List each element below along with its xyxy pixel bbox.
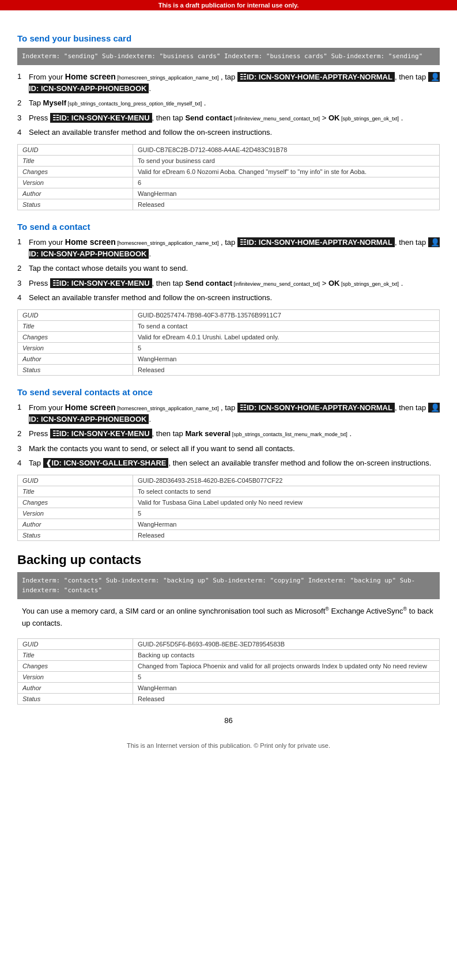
icn-key-menu: ☷ID: ICN-SONY-KEY-MENU xyxy=(50,429,152,438)
meta-key: Author xyxy=(18,353,133,364)
step-item: 4 Select an available transfer method an… xyxy=(17,292,440,304)
send-contact-label: Send contact xyxy=(185,113,232,122)
meta-key: Version xyxy=(18,508,133,519)
superscript-r: ® xyxy=(325,606,329,612)
step-item: 4 Select an available transfer method an… xyxy=(17,127,440,138)
meta-value: Valid for eDream 6.0 Nozomi Aoba. Change… xyxy=(133,166,440,177)
meta-key: Title xyxy=(18,155,133,166)
meta-key: Status xyxy=(18,364,133,375)
step-item: 2 Tap the contact whose details you want… xyxy=(17,263,440,274)
page-number: 86 xyxy=(17,716,440,725)
metadata-row: Title To send a contact xyxy=(18,320,440,331)
icn-apptray: ☷ID: ICN-SONY-HOME-APPTRAY-NORMAL xyxy=(237,403,395,413)
step-number: 4 xyxy=(17,127,29,138)
metadata-row: Author WangHerman xyxy=(18,188,440,199)
icn-apptray: ☷ID: ICN-SONY-HOME-APPTRAY-NORMAL xyxy=(237,72,395,82)
metadata-row: Status Released xyxy=(18,693,440,704)
meta-value: WangHerman xyxy=(133,519,440,529)
step-item: 1 From your Home screen [homescreen_stri… xyxy=(17,402,440,425)
metadata-row: Changes Changed from Tapioca Phoenix and… xyxy=(18,660,440,671)
meta-value: WangHerman xyxy=(133,353,440,364)
meta-key: Version xyxy=(18,177,133,188)
section-send-several-contacts: To send several contacts at once 1 From … xyxy=(17,387,440,541)
metadata-row: Status Released xyxy=(18,199,440,210)
meta-key: Changes xyxy=(18,660,133,671)
meta-key: Author xyxy=(18,682,133,693)
ref-txt: [homescreen_strings_application_name_txt… xyxy=(116,75,219,81)
step-content: From your Home screen [homescreen_string… xyxy=(29,71,440,94)
metadata-row: GUID GUID-28D36493-2518-4620-B2E6-C045B0… xyxy=(18,475,440,486)
meta-value: Released xyxy=(133,529,440,540)
ref-txt: [homescreen_strings_application_name_txt… xyxy=(116,240,219,246)
step-number: 1 xyxy=(17,402,29,425)
ref-txt: [infiniteview_menu_send_contact_txt] xyxy=(232,281,320,287)
section1-metadata: GUID GUID-CB7E8C2B-D712-4088-A4AE-42D483… xyxy=(17,144,440,210)
step-content: Tap the contact whose details you want t… xyxy=(29,263,440,274)
icn-gallery-share: ❰ID: ICN-SONY-GALLERY-SHARE xyxy=(43,458,169,468)
section2-title: To send a contact xyxy=(17,222,440,232)
step-item: 3 Press ☷ID: ICN-SONY-KEY-MENU, then tap… xyxy=(17,278,440,289)
metadata-row: Author WangHerman xyxy=(18,519,440,529)
metadata-row: GUID GUID-CB7E8C2B-D712-4088-A4AE-42D483… xyxy=(18,144,440,155)
section4-title: Backing up contacts xyxy=(17,553,440,567)
section2-steps: 1 From your Home screen [homescreen_stri… xyxy=(17,236,440,304)
section3-title: To send several contacts at once xyxy=(17,387,440,397)
meta-value: WangHerman xyxy=(133,188,440,199)
ref-txt: [spb_strings_gen_ok_txt] xyxy=(339,116,399,122)
step-content: Press ☷ID: ICN-SONY-KEY-MENU, then tap M… xyxy=(29,428,440,440)
meta-value: Valid for eDream 4.0.1 Urushi. Label upd… xyxy=(133,331,440,342)
meta-key: Version xyxy=(18,342,133,353)
meta-key: GUID xyxy=(18,638,133,649)
meta-key: Version xyxy=(18,671,133,682)
step-number: 2 xyxy=(17,263,29,274)
superscript-r2: ® xyxy=(403,606,407,612)
icn-apptray: ☷ID: ICN-SONY-HOME-APPTRAY-NORMAL xyxy=(237,237,395,247)
step-item: 1 From your Home screen [homescreen_stri… xyxy=(17,236,440,260)
icn-key-menu: ☷ID: ICN-SONY-KEY-MENU xyxy=(50,278,152,288)
draft-banner: This is a draft publication for internal… xyxy=(0,0,457,10)
mark-several-label: Mark several xyxy=(185,429,231,438)
section4-metadata: GUID GUID-26F5D5F6-B693-490B-8EBE-3ED789… xyxy=(17,638,440,705)
metadata-row: GUID GUID-26F5D5F6-B693-490B-8EBE-3ED789… xyxy=(18,638,440,649)
step-content: From your Home screen [homescreen_string… xyxy=(29,402,440,425)
step-number: 2 xyxy=(17,97,29,109)
metadata-row: Version 5 xyxy=(18,671,440,682)
step-item: 2 Press ☷ID: ICN-SONY-KEY-MENU, then tap… xyxy=(17,428,440,440)
metadata-row: Changes Valid for eDream 4.0.1 Urushi. L… xyxy=(18,331,440,342)
ref-txt: [spb_strings_contacts_long_press_option_… xyxy=(66,101,202,107)
metadata-row: Author WangHerman xyxy=(18,682,440,693)
footer-legal: This is an Internet version of this publ… xyxy=(17,742,440,758)
meta-key: GUID xyxy=(18,475,133,486)
home-screen-label: Home screen xyxy=(65,72,116,81)
step-number: 3 xyxy=(17,443,29,455)
step-item: 4 Tap ❰ID: ICN-SONY-GALLERY-SHARE, then … xyxy=(17,457,440,469)
section2-metadata: GUID GUID-B0257474-7B98-40F3-877B-13576B… xyxy=(17,309,440,376)
ref-txt: [infiniteview_menu_send_contact_txt] xyxy=(232,116,320,122)
step-number: 3 xyxy=(17,112,29,124)
meta-key: Status xyxy=(18,529,133,540)
ok-label: OK xyxy=(328,113,340,122)
step-number: 1 xyxy=(17,71,29,94)
meta-key: Title xyxy=(18,649,133,660)
step-item: 1 From your Home screen [homescreen_stri… xyxy=(17,71,440,94)
metadata-row: Changes Valid for Tusbasa Gina Label upd… xyxy=(18,497,440,508)
section1-steps: 1 From your Home screen [homescreen_stri… xyxy=(17,71,440,138)
ref-txt: [homescreen_strings_application_name_txt… xyxy=(116,406,219,411)
ok-label: OK xyxy=(328,279,340,287)
metadata-row: GUID GUID-B0257474-7B98-40F3-877B-13576B… xyxy=(18,309,440,320)
step-number: 3 xyxy=(17,278,29,289)
meta-value: 5 xyxy=(133,508,440,519)
meta-value: To send your business card xyxy=(133,155,440,166)
home-screen-label: Home screen xyxy=(65,403,116,412)
meta-value: GUID-28D36493-2518-4620-B2E6-C045B077CF2… xyxy=(133,475,440,486)
meta-value: GUID-CB7E8C2B-D712-4088-A4AE-42D483C91B7… xyxy=(133,144,440,155)
step-content: Mark the contacts you want to send, or s… xyxy=(29,443,440,455)
meta-key: Author xyxy=(18,188,133,199)
metadata-row: Status Released xyxy=(18,364,440,375)
section-send-business-card: To send your business card Indexterm: "s… xyxy=(17,33,440,210)
step-content: From your Home screen [homescreen_string… xyxy=(29,236,440,260)
meta-value: 6 xyxy=(133,177,440,188)
meta-value: Released xyxy=(133,199,440,210)
meta-key: Status xyxy=(18,693,133,704)
meta-value: 5 xyxy=(133,671,440,682)
